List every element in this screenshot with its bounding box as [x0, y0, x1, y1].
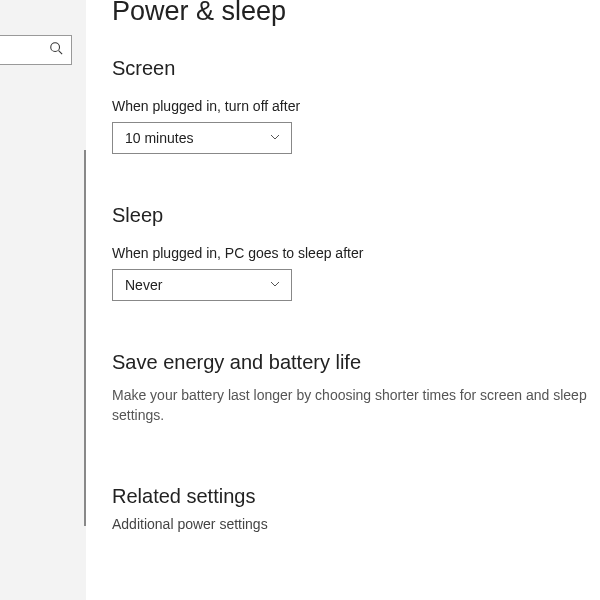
svg-point-0 [51, 43, 60, 52]
additional-power-settings-link[interactable]: Additional power settings [112, 516, 600, 532]
page-title: Power & sleep [112, 0, 600, 27]
sleep-timeout-select[interactable]: Never [112, 269, 292, 301]
nav-selection-indicator [84, 150, 86, 526]
screen-plugged-label: When plugged in, turn off after [112, 98, 600, 114]
related-settings-heading: Related settings [112, 485, 600, 508]
chevron-down-icon [269, 130, 281, 146]
svg-line-1 [59, 51, 63, 55]
sleep-timeout-value: Never [125, 277, 162, 293]
energy-section-heading: Save energy and battery life [112, 351, 600, 374]
chevron-down-icon [269, 277, 281, 293]
search-input[interactable] [0, 35, 72, 65]
screen-section-heading: Screen [112, 57, 600, 80]
sleep-plugged-label: When plugged in, PC goes to sleep after [112, 245, 600, 261]
settings-content: Power & sleep Screen When plugged in, tu… [86, 0, 600, 600]
sleep-section-heading: Sleep [112, 204, 600, 227]
screen-timeout-select[interactable]: 10 minutes [112, 122, 292, 154]
screen-timeout-value: 10 minutes [125, 130, 193, 146]
search-icon [49, 41, 63, 59]
settings-sidebar [0, 0, 86, 600]
energy-description: Make your battery last longer by choosin… [112, 386, 592, 425]
